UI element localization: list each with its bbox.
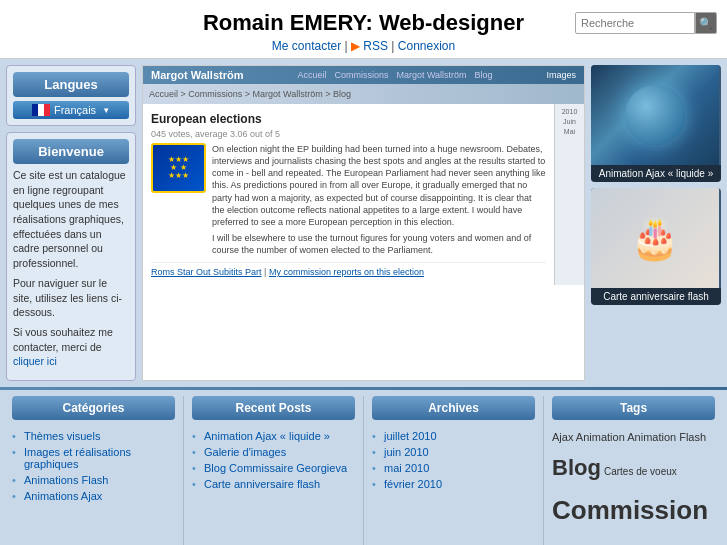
- preview-box-2: 🎂 Carte anniversaire flash: [591, 188, 721, 305]
- list-item: juillet 2010: [372, 428, 535, 444]
- list-item: Carte anniversaire flash: [192, 476, 355, 492]
- right-sidebar: Animation Ajax « liquide » 🎂 Carte anniv…: [591, 65, 721, 381]
- category-link-4[interactable]: Animations Ajax: [24, 490, 102, 502]
- cake-image[interactable]: 🎂: [591, 188, 719, 288]
- login-link[interactable]: Connexion: [398, 39, 455, 53]
- breadcrumb-bar: Accueil > Commissions > Margot Wallström…: [143, 84, 584, 104]
- nav-accueil[interactable]: Accueil: [297, 70, 326, 80]
- bottom-sections: Catégories Thèmes visuels Images et réal…: [0, 390, 727, 545]
- languages-box: Langues Français ▼: [6, 65, 136, 126]
- content-body: European elections 045 votes, average 3.…: [143, 104, 584, 285]
- article-link-1[interactable]: Roms Star Out Subitits Part: [151, 267, 262, 277]
- search-input[interactable]: [575, 12, 695, 34]
- tag-cartes[interactable]: Cartes de voeux: [604, 466, 677, 477]
- search-button[interactable]: 🔍: [695, 12, 717, 34]
- images-label: Images: [546, 70, 576, 80]
- archives-list: juillet 2010 juin 2010 mai 2010 février …: [372, 428, 535, 492]
- nav-commissions[interactable]: Commissions: [334, 70, 388, 80]
- contact-here-link[interactable]: cliquer ici: [13, 355, 57, 367]
- search-bar: 🔍: [575, 12, 717, 34]
- site-name: Margot Wallström: [151, 69, 244, 81]
- list-item: février 2010: [372, 476, 535, 492]
- tag-ajax[interactable]: Ajax: [552, 431, 576, 443]
- article-area: European elections 045 votes, average 3.…: [143, 104, 554, 285]
- post-link-1[interactable]: Animation Ajax « liquide »: [204, 430, 330, 442]
- recent-posts-title: Recent Posts: [192, 396, 355, 420]
- welcome-text-2: Pour naviguer sur le site, utilisez les …: [13, 276, 129, 320]
- water-drop-visual: [625, 85, 685, 145]
- list-item: Images et réalisations graphiques: [12, 444, 175, 472]
- tag-animation[interactable]: Animation: [576, 431, 627, 443]
- tag-animation-flash[interactable]: Animation Flash: [627, 431, 706, 443]
- list-item: mai 2010: [372, 460, 535, 476]
- welcome-text-1: Ce site est un catalogue en ligne regrou…: [13, 168, 129, 271]
- welcome-text-3: Si vous souhaitez me contacter, merci de…: [13, 325, 129, 369]
- recent-posts-list: Animation Ajax « liquide » Galerie d'ima…: [192, 428, 355, 492]
- list-item: Animations Flash: [12, 472, 175, 488]
- tags-title: Tags: [552, 396, 715, 420]
- article-title: European elections: [151, 112, 546, 126]
- category-link-3[interactable]: Animations Flash: [24, 474, 108, 486]
- article-text: On election night the EP building had be…: [212, 143, 546, 256]
- contact-link[interactable]: Me contacter: [272, 39, 341, 53]
- archives-column: Archives juillet 2010 juin 2010 mai 2010…: [366, 396, 541, 545]
- nav-blog[interactable]: Blog: [475, 70, 493, 80]
- preview-2-label[interactable]: Carte anniversaire flash: [591, 288, 721, 305]
- article-meta: 045 votes, average 3.06 out of 5: [151, 129, 546, 139]
- list-item: Blog Commissaire Georgieva: [192, 460, 355, 476]
- categories-column: Catégories Thèmes visuels Images et réal…: [6, 396, 181, 545]
- post-link-4[interactable]: Carte anniversaire flash: [204, 478, 320, 490]
- margot-bar: Margot Wallström Accueil Commissions Mar…: [143, 66, 584, 84]
- preview-box-1: Animation Ajax « liquide »: [591, 65, 721, 182]
- tag-blog[interactable]: Blog: [552, 455, 601, 480]
- breadcrumb: Accueil > Commissions > Margot Wallström…: [149, 89, 351, 99]
- category-link-1[interactable]: Thèmes visuels: [24, 430, 100, 442]
- recent-posts-column: Recent Posts Animation Ajax « liquide » …: [186, 396, 361, 545]
- languages-title: Langues: [13, 72, 129, 97]
- svg-rect-1: [38, 104, 44, 116]
- language-selector[interactable]: Français ▼: [13, 101, 129, 119]
- col-divider-1: [183, 396, 184, 545]
- archive-link-4[interactable]: février 2010: [384, 478, 442, 490]
- eu-logo: ★★★★ ★★★★: [151, 143, 206, 193]
- archives-title: Archives: [372, 396, 535, 420]
- archive-link-3[interactable]: mai 2010: [384, 462, 429, 474]
- archive-link-1[interactable]: juillet 2010: [384, 430, 437, 442]
- col-divider-3: [543, 396, 544, 545]
- categories-title: Catégories: [12, 396, 175, 420]
- tag-commission[interactable]: Commission: [552, 495, 708, 525]
- post-link-3[interactable]: Blog Commissaire Georgieva: [204, 462, 347, 474]
- list-item: Animation Ajax « liquide »: [192, 428, 355, 444]
- right-strip: 2010 Juin Mai: [554, 104, 584, 285]
- nav-margot[interactable]: Margot Wallström: [396, 70, 466, 80]
- post-link-2[interactable]: Galerie d'images: [204, 446, 286, 458]
- language-label: Français: [54, 104, 96, 116]
- strip-item-2: Juin: [563, 118, 576, 125]
- center-content: Margot Wallström Accueil Commissions Mar…: [142, 65, 585, 381]
- list-item: juin 2010: [372, 444, 535, 460]
- content-nav: Accueil Commissions Margot Wallström Blo…: [297, 70, 492, 80]
- article-inner: European elections 045 votes, average 3.…: [147, 108, 550, 281]
- header-nav: Me contacter | ▶ RSS | Connexion: [0, 39, 727, 53]
- main-container: Langues Français ▼ Bienvenue Ce site est…: [0, 59, 727, 387]
- svg-rect-2: [44, 104, 50, 116]
- french-flag-icon: [32, 104, 50, 116]
- article-content: ★★★★ ★★★★ On election night the EP build…: [151, 143, 546, 256]
- rss-link[interactable]: RSS: [363, 39, 388, 53]
- water-drop-image[interactable]: [591, 65, 719, 165]
- article-footer-links: Roms Star Out Subitits Part | My commiss…: [151, 267, 424, 277]
- preview-1-label[interactable]: Animation Ajax « liquide »: [591, 165, 721, 182]
- list-item: Thèmes visuels: [12, 428, 175, 444]
- chevron-down-icon: ▼: [102, 106, 110, 115]
- article-footer: Roms Star Out Subitits Part | My commiss…: [151, 262, 546, 277]
- tags-column: Tags Ajax Animation Animation Flash Blog…: [546, 396, 721, 545]
- article-link-2[interactable]: My commission reports on this election: [269, 267, 424, 277]
- archive-link-2[interactable]: juin 2010: [384, 446, 429, 458]
- cake-icon: 🎂: [630, 215, 680, 262]
- categories-list: Thèmes visuels Images et réalisations gr…: [12, 428, 175, 504]
- site-header: Romain EMERY: Web-designer Me contacter …: [0, 0, 727, 59]
- category-link-2[interactable]: Images et réalisations graphiques: [24, 446, 131, 470]
- left-sidebar: Langues Français ▼ Bienvenue Ce site est…: [6, 65, 136, 381]
- tags-content: Ajax Animation Animation Flash Blog Cart…: [552, 428, 715, 545]
- search-icon: 🔍: [699, 17, 713, 30]
